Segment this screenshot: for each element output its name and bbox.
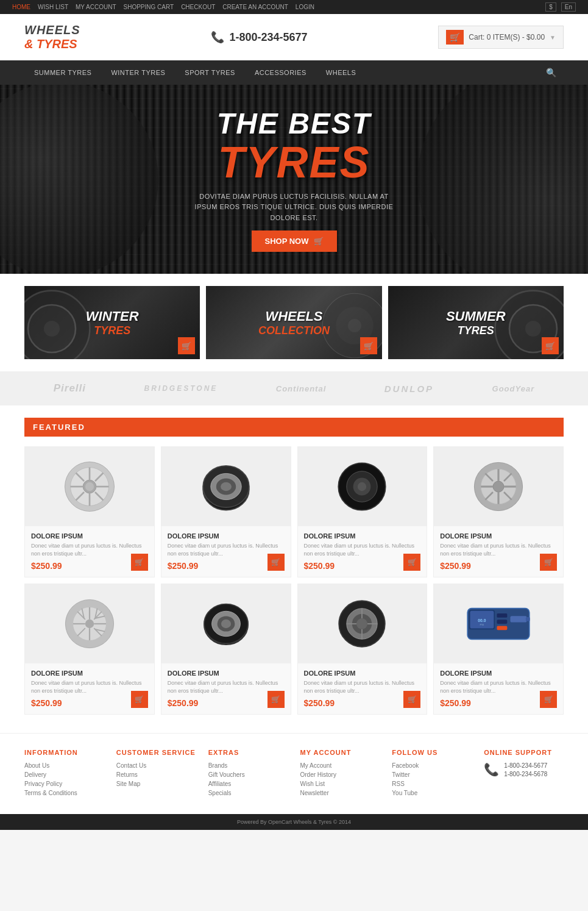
category-winter-label: WINTER TYRES [86, 309, 139, 337]
product-cart-button-4[interactable]: 🛒 [540, 554, 557, 571]
footer-support-title: ONLINE SUPPORT [484, 749, 564, 756]
footer-about[interactable]: About Us [24, 762, 104, 769]
svg-rect-74 [497, 613, 508, 618]
footer-twitter[interactable]: Twitter [392, 771, 472, 778]
hero-description: DOVITAE DIAM PURUS LUCTUS FACILISIS. NUL… [191, 191, 398, 224]
product-cart-button-7[interactable]: 🛒 [403, 691, 420, 708]
cart-area[interactable]: 🛒 Cart: 0 ITEM(S) - $0.00 ▼ [438, 26, 564, 49]
hero-title2: TYRES [191, 140, 398, 184]
svg-point-43 [85, 620, 94, 628]
brand-goodyear[interactable]: GoodYear [492, 384, 535, 393]
product-cart-button-8[interactable]: 🛒 [540, 691, 557, 708]
product-card-2: DOLORE IPSUM Donec vitae diam ut purus l… [161, 446, 291, 577]
product-cart-button-2[interactable]: 🛒 [267, 554, 285, 571]
bottom-bar: Powered By OpenCart Wheels & Tyres © 201… [0, 814, 588, 830]
product-img-3 [298, 447, 427, 526]
footer-facebook[interactable]: Facebook [392, 762, 472, 769]
footer-specials[interactable]: Specials [208, 790, 288, 796]
logo-line2: & TYRES [24, 37, 80, 51]
tyre-image-2 [199, 459, 253, 514]
language-selector[interactable]: En [561, 2, 576, 12]
cart-icon: 🛒 [446, 30, 464, 45]
product-card-7: DOLORE IPSUM Donec vitae diam ut purus l… [297, 584, 428, 715]
product-cart-button-1[interactable]: 🛒 [131, 554, 148, 571]
top-nav-home[interactable]: HOME [12, 4, 30, 10]
svg-point-8 [525, 321, 541, 337]
product-card-1: DOLORE IPSUM Donec vitae diam ut purus l… [24, 446, 155, 577]
product-card-6: DOLORE IPSUM Donec vitae diam ut purus l… [161, 584, 291, 715]
tyre-image-3 [335, 459, 389, 514]
svg-point-5 [348, 319, 361, 332]
footer-sitemap[interactable]: Site Map [116, 781, 196, 787]
footer-wishlist[interactable]: Wish List [300, 781, 380, 787]
category-summer[interactable]: SUMMER TYRES 🛒 [388, 286, 564, 359]
footer-newsletter[interactable]: Newsletter [300, 790, 380, 796]
top-nav-wishlist[interactable]: WISH LIST [38, 4, 68, 10]
brand-dunlop[interactable]: DUNLOP [384, 384, 434, 394]
footer-delivery[interactable]: Delivery [24, 771, 104, 778]
footer-account-title: MY ACCOUNT [300, 749, 380, 756]
top-nav-cart[interactable]: SHOPPING CART [124, 4, 174, 10]
brand-pirelli[interactable]: Pirelli [54, 382, 86, 395]
footer: INFORMATION About Us Delivery Privacy Po… [0, 733, 588, 814]
cart-chevron-icon: ▼ [550, 34, 556, 41]
footer-terms[interactable]: Terms & Conditions [24, 790, 104, 796]
footer-youtube[interactable]: You Tube [392, 790, 472, 796]
footer-information: INFORMATION About Us Delivery Privacy Po… [24, 749, 104, 799]
footer-returns[interactable]: Returns [116, 771, 196, 778]
footer-gift[interactable]: Gift Vouchers [208, 771, 288, 778]
footer-phone-numbers: 1-800-234-5677 1-800-234-5678 [504, 762, 547, 779]
footer-phone-icon: 📞 [484, 762, 499, 777]
category-summer-cart-button[interactable]: 🛒 [542, 337, 559, 354]
category-winter[interactable]: WINTER TYRES 🛒 [24, 286, 200, 359]
product-cart-button-3[interactable]: 🛒 [403, 554, 420, 571]
svg-point-64 [356, 618, 367, 629]
wheel-image-1 [62, 459, 117, 514]
category-wheels-cart-button[interactable]: 🛒 [360, 337, 377, 354]
svg-rect-75 [497, 620, 508, 624]
footer-extras: EXTRAS Brands Gift Vouchers Affiliates S… [208, 749, 288, 799]
footer-privacy[interactable]: Privacy Policy [24, 781, 104, 787]
product-name-8: DOLORE IPSUM [440, 670, 557, 677]
search-icon[interactable]: 🔍 [539, 60, 564, 85]
footer-brands[interactable]: Brands [208, 762, 288, 769]
footer-customer-title: CUSTOMER SERVICE [116, 749, 196, 756]
category-wheels[interactable]: WHEELS COLLECTION 🛒 [206, 286, 381, 359]
footer-orders[interactable]: Order History [300, 771, 380, 778]
shop-now-button[interactable]: SHOP NOW 🛒 [252, 230, 337, 252]
product-img-8: 00.0 PSI [434, 584, 563, 663]
footer-online-support: ONLINE SUPPORT 📞 1-800-234-5677 1-800-23… [484, 749, 564, 799]
footer-phone2: 1-800-234-5678 [504, 771, 547, 777]
top-bar: HOME WISH LIST MY ACCOUNT SHOPPING CART … [0, 0, 588, 14]
product-name-2: DOLORE IPSUM [168, 532, 285, 540]
top-nav-create[interactable]: CREATE AN ACCOUNT [222, 4, 288, 10]
svg-rect-78 [526, 617, 530, 621]
top-nav-checkout[interactable]: CHECKOUT [181, 4, 215, 10]
nav-winter-tyres[interactable]: WINTER TYRES [101, 62, 175, 84]
footer-affiliates[interactable]: Affiliates [208, 781, 288, 787]
footer-myaccount[interactable]: My Account [300, 762, 380, 769]
top-nav-login[interactable]: LOGIN [296, 4, 314, 10]
featured-header: FEATURED [24, 418, 564, 437]
top-nav-account[interactable]: MY ACCOUNT [76, 4, 116, 10]
product-img-2 [161, 447, 291, 526]
nav-accessories[interactable]: ACCESSORIES [245, 62, 316, 84]
category-winter-cart-button[interactable]: 🛒 [178, 337, 195, 354]
footer-contact[interactable]: Contact Us [116, 762, 196, 769]
category-section: WINTER TYRES 🛒 WHEELS COLLECTION 🛒 SUMME… [0, 274, 588, 371]
brand-bridgestone[interactable]: BRIDGESTONE [144, 384, 218, 393]
product-card-5: DOLORE IPSUM Donec vitae diam ut purus l… [24, 584, 155, 715]
product-cart-button-6[interactable]: 🛒 [267, 691, 285, 708]
nav-wheels[interactable]: WHEELS [316, 62, 366, 84]
brand-continental[interactable]: Continental [276, 384, 327, 393]
products-grid-row1: DOLORE IPSUM Donec vitae diam ut purus l… [24, 446, 564, 577]
currency-selector[interactable]: $ [545, 2, 556, 12]
footer-rss[interactable]: RSS [392, 781, 472, 787]
product-cart-button-5[interactable]: 🛒 [131, 691, 148, 708]
product-name-1: DOLORE IPSUM [31, 532, 148, 540]
nav-sport-tyres[interactable]: SPORT TYRES [175, 62, 245, 84]
logo[interactable]: WHEELS & TYRES [24, 23, 80, 51]
bottom-bar-text: Powered By OpenCart Wheels & Tyres © 201… [237, 819, 351, 825]
footer-phone1: 1-800-234-5677 [504, 762, 547, 769]
nav-summer-tyres[interactable]: SUMMER TYRES [24, 62, 101, 84]
